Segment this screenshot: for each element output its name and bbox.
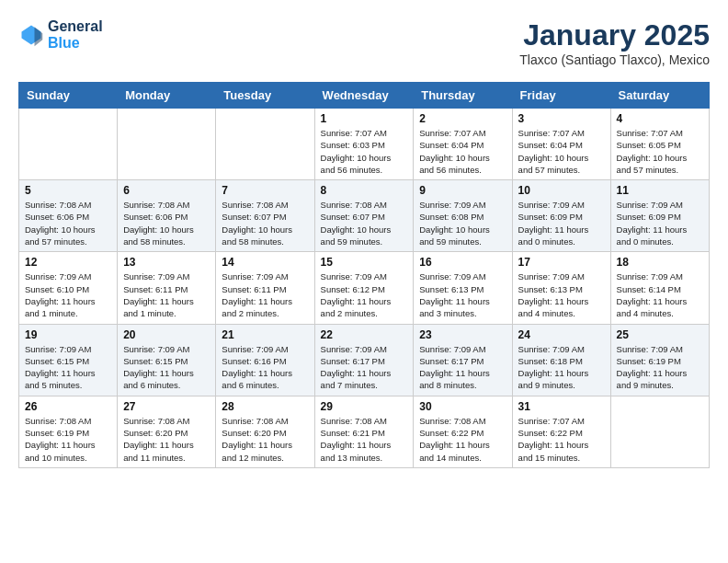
logo-text: General Blue [48, 18, 103, 52]
day-cell [118, 109, 216, 180]
day-cell: 4Sunrise: 7:07 AM Sunset: 6:05 PM Daylig… [610, 109, 709, 180]
day-number: 18 [617, 256, 703, 269]
month-year-title: January 2025 [519, 18, 710, 52]
day-number: 17 [518, 256, 605, 269]
day-number: 2 [419, 112, 506, 125]
day-cell: 10Sunrise: 7:09 AM Sunset: 6:09 PM Dayli… [512, 180, 610, 252]
day-info: Sunrise: 7:09 AM Sunset: 6:10 PM Dayligh… [25, 270, 111, 319]
day-number: 15 [321, 256, 408, 269]
week-row-4: 19Sunrise: 7:09 AM Sunset: 6:15 PM Dayli… [19, 324, 710, 396]
day-info: Sunrise: 7:08 AM Sunset: 6:07 PM Dayligh… [321, 199, 408, 247]
day-cell: 18Sunrise: 7:09 AM Sunset: 6:14 PM Dayli… [610, 252, 709, 324]
day-cell [216, 109, 314, 180]
day-number: 29 [321, 400, 408, 413]
day-info: Sunrise: 7:09 AM Sunset: 6:16 PM Dayligh… [222, 343, 308, 392]
day-cell: 14Sunrise: 7:09 AM Sunset: 6:11 PM Dayli… [216, 252, 314, 324]
weekday-header-wednesday: Wednesday [314, 83, 414, 109]
day-info: Sunrise: 7:08 AM Sunset: 6:21 PM Dayligh… [321, 415, 408, 464]
day-number: 25 [617, 328, 703, 341]
page-header: General Blue January 2025 Tlaxco (Santia… [18, 18, 710, 67]
day-cell: 6Sunrise: 7:08 AM Sunset: 6:06 PM Daylig… [118, 180, 216, 252]
day-cell: 3Sunrise: 7:07 AM Sunset: 6:04 PM Daylig… [512, 109, 610, 180]
day-info: Sunrise: 7:09 AM Sunset: 6:14 PM Dayligh… [617, 270, 703, 319]
day-info: Sunrise: 7:09 AM Sunset: 6:17 PM Dayligh… [321, 343, 408, 392]
day-info: Sunrise: 7:08 AM Sunset: 6:06 PM Dayligh… [123, 199, 210, 247]
day-info: Sunrise: 7:09 AM Sunset: 6:13 PM Dayligh… [419, 270, 506, 319]
day-cell: 2Sunrise: 7:07 AM Sunset: 6:04 PM Daylig… [414, 109, 512, 180]
day-cell: 21Sunrise: 7:09 AM Sunset: 6:16 PM Dayli… [216, 324, 314, 396]
day-info: Sunrise: 7:07 AM Sunset: 6:03 PM Dayligh… [321, 127, 408, 176]
weekday-header-monday: Monday [118, 83, 216, 109]
day-info: Sunrise: 7:08 AM Sunset: 6:06 PM Dayligh… [25, 199, 111, 247]
week-row-3: 12Sunrise: 7:09 AM Sunset: 6:10 PM Dayli… [19, 252, 710, 324]
week-row-1: 1Sunrise: 7:07 AM Sunset: 6:03 PM Daylig… [19, 109, 710, 180]
day-number: 28 [222, 400, 308, 413]
day-number: 22 [321, 328, 408, 341]
day-info: Sunrise: 7:09 AM Sunset: 6:09 PM Dayligh… [518, 199, 605, 247]
day-cell: 25Sunrise: 7:09 AM Sunset: 6:19 PM Dayli… [610, 324, 709, 396]
day-number: 26 [25, 400, 111, 413]
weekday-header-row: SundayMondayTuesdayWednesdayThursdayFrid… [19, 83, 710, 109]
day-cell: 11Sunrise: 7:09 AM Sunset: 6:09 PM Dayli… [610, 180, 709, 252]
day-cell: 31Sunrise: 7:07 AM Sunset: 6:22 PM Dayli… [512, 396, 610, 467]
location-subtitle: Tlaxco (Santiago Tlaxco), Mexico [519, 52, 710, 67]
day-number: 1 [321, 112, 408, 125]
day-cell [19, 109, 118, 180]
day-number: 7 [222, 184, 308, 197]
day-cell: 5Sunrise: 7:08 AM Sunset: 6:06 PM Daylig… [19, 180, 118, 252]
day-number: 19 [25, 328, 111, 341]
calendar-table: SundayMondayTuesdayWednesdayThursdayFrid… [18, 82, 710, 468]
day-info: Sunrise: 7:09 AM Sunset: 6:11 PM Dayligh… [222, 270, 308, 319]
day-cell: 26Sunrise: 7:08 AM Sunset: 6:19 PM Dayli… [19, 396, 118, 467]
week-row-5: 26Sunrise: 7:08 AM Sunset: 6:19 PM Dayli… [19, 396, 710, 467]
day-cell: 7Sunrise: 7:08 AM Sunset: 6:07 PM Daylig… [216, 180, 314, 252]
day-info: Sunrise: 7:09 AM Sunset: 6:18 PM Dayligh… [518, 343, 605, 392]
day-number: 3 [518, 112, 605, 125]
day-number: 23 [419, 328, 506, 341]
day-info: Sunrise: 7:09 AM Sunset: 6:11 PM Dayligh… [123, 270, 210, 319]
day-cell: 15Sunrise: 7:09 AM Sunset: 6:12 PM Dayli… [314, 252, 414, 324]
day-number: 31 [518, 400, 605, 413]
day-info: Sunrise: 7:09 AM Sunset: 6:17 PM Dayligh… [419, 343, 506, 392]
day-number: 6 [123, 184, 210, 197]
day-number: 13 [123, 256, 210, 269]
day-number: 11 [617, 184, 703, 197]
day-cell: 24Sunrise: 7:09 AM Sunset: 6:18 PM Dayli… [512, 324, 610, 396]
weekday-header-tuesday: Tuesday [216, 83, 314, 109]
logo: General Blue [18, 18, 103, 52]
day-cell: 20Sunrise: 7:09 AM Sunset: 6:15 PM Dayli… [118, 324, 216, 396]
day-cell: 19Sunrise: 7:09 AM Sunset: 6:15 PM Dayli… [19, 324, 118, 396]
day-info: Sunrise: 7:09 AM Sunset: 6:12 PM Dayligh… [321, 270, 408, 319]
day-cell: 23Sunrise: 7:09 AM Sunset: 6:17 PM Dayli… [414, 324, 512, 396]
day-cell: 30Sunrise: 7:08 AM Sunset: 6:22 PM Dayli… [414, 396, 512, 467]
logo-icon [18, 22, 44, 48]
day-info: Sunrise: 7:09 AM Sunset: 6:09 PM Dayligh… [617, 199, 703, 247]
day-number: 20 [123, 328, 210, 341]
day-info: Sunrise: 7:07 AM Sunset: 6:22 PM Dayligh… [518, 415, 605, 464]
day-number: 16 [419, 256, 506, 269]
day-cell: 9Sunrise: 7:09 AM Sunset: 6:08 PM Daylig… [414, 180, 512, 252]
day-cell: 22Sunrise: 7:09 AM Sunset: 6:17 PM Dayli… [314, 324, 414, 396]
day-cell: 29Sunrise: 7:08 AM Sunset: 6:21 PM Dayli… [314, 396, 414, 467]
day-cell: 12Sunrise: 7:09 AM Sunset: 6:10 PM Dayli… [19, 252, 118, 324]
day-cell: 27Sunrise: 7:08 AM Sunset: 6:20 PM Dayli… [118, 396, 216, 467]
day-info: Sunrise: 7:08 AM Sunset: 6:22 PM Dayligh… [419, 415, 506, 464]
day-cell: 17Sunrise: 7:09 AM Sunset: 6:13 PM Dayli… [512, 252, 610, 324]
day-info: Sunrise: 7:08 AM Sunset: 6:20 PM Dayligh… [222, 415, 308, 464]
weekday-header-sunday: Sunday [19, 83, 118, 109]
day-number: 14 [222, 256, 308, 269]
day-cell: 16Sunrise: 7:09 AM Sunset: 6:13 PM Dayli… [414, 252, 512, 324]
svg-marker-1 [35, 27, 43, 46]
day-number: 27 [123, 400, 210, 413]
day-info: Sunrise: 7:09 AM Sunset: 6:13 PM Dayligh… [518, 270, 605, 319]
day-number: 21 [222, 328, 308, 341]
day-number: 12 [25, 256, 111, 269]
day-info: Sunrise: 7:08 AM Sunset: 6:19 PM Dayligh… [25, 415, 111, 464]
weekday-header-friday: Friday [512, 83, 610, 109]
day-cell: 1Sunrise: 7:07 AM Sunset: 6:03 PM Daylig… [314, 109, 414, 180]
day-info: Sunrise: 7:09 AM Sunset: 6:15 PM Dayligh… [25, 343, 111, 392]
day-cell: 8Sunrise: 7:08 AM Sunset: 6:07 PM Daylig… [314, 180, 414, 252]
day-info: Sunrise: 7:07 AM Sunset: 6:05 PM Dayligh… [617, 127, 703, 176]
day-info: Sunrise: 7:08 AM Sunset: 6:20 PM Dayligh… [123, 415, 210, 464]
week-row-2: 5Sunrise: 7:08 AM Sunset: 6:06 PM Daylig… [19, 180, 710, 252]
